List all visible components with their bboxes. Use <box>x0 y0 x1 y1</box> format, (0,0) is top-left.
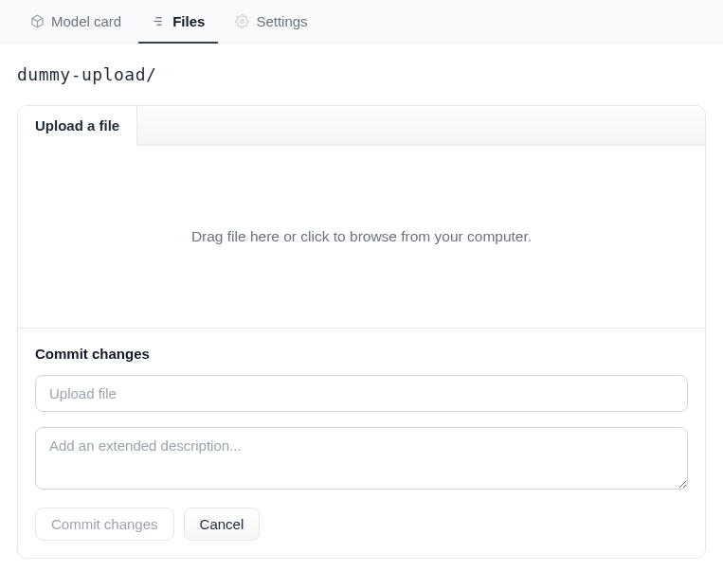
content: dummy-upload/ Upload a file Drag file he… <box>0 44 723 576</box>
tab-files[interactable]: Files <box>138 0 218 44</box>
commit-changes-button[interactable]: Commit changes <box>35 508 174 541</box>
card-tabs: Upload a file <box>18 106 705 146</box>
top-tabs: Model card Files Settings <box>0 0 723 44</box>
commit-description-input[interactable] <box>35 427 688 490</box>
file-drop-zone[interactable]: Drag file here or click to browse from y… <box>18 146 705 328</box>
tab-model-card[interactable]: Model card <box>17 0 135 44</box>
gear-icon <box>235 14 249 28</box>
tab-label: Settings <box>256 13 307 29</box>
commit-summary-input[interactable] <box>35 375 688 412</box>
button-row: Commit changes Cancel <box>35 508 688 541</box>
drop-zone-text: Drag file here or click to browse from y… <box>191 228 532 245</box>
tab-label: Model card <box>51 13 121 29</box>
cube-icon <box>30 14 45 28</box>
svg-point-3 <box>241 20 244 24</box>
tab-label: Files <box>172 13 205 29</box>
files-icon <box>152 14 166 28</box>
upload-card: Upload a file Drag file here or click to… <box>17 105 706 559</box>
cancel-button[interactable]: Cancel <box>184 508 261 541</box>
commit-section: Commit changes Commit changes Cancel <box>18 328 705 558</box>
commit-heading: Commit changes <box>35 346 688 362</box>
path-breadcrumb: dummy-upload/ <box>17 64 706 84</box>
tab-settings[interactable]: Settings <box>222 0 320 44</box>
tab-upload-file[interactable]: Upload a file <box>18 106 137 146</box>
